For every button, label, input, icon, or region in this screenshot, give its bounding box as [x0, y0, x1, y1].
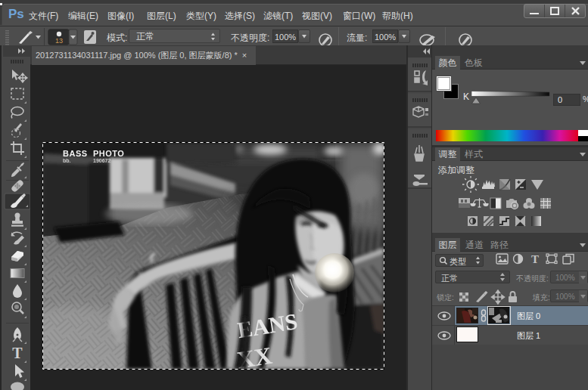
- svg-text:13: 13: [55, 37, 63, 45]
- svg-text:T: T: [12, 345, 23, 361]
- svg-text:PHOTO: PHOTO: [93, 149, 124, 158]
- svg-text:BASS: BASS: [63, 149, 88, 158]
- svg-text:T: T: [531, 253, 539, 265]
- svg-text:bb.: bb.: [63, 158, 71, 163]
- svg-text:190672: 190672: [93, 158, 110, 163]
